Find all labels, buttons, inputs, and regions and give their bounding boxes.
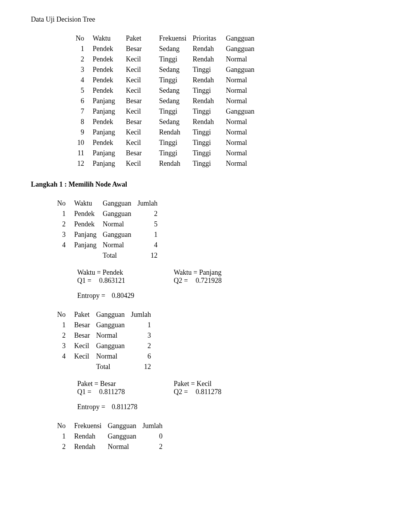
table-row: 5PendekKecilSedangTinggiNormal [54,85,258,96]
cell: Sedang [156,96,190,106]
cell: 2 [54,54,90,65]
cell: 7 [54,106,90,117]
cell: 2 [134,209,163,219]
cell: 3 [54,341,71,351]
cell: Panjang [71,229,100,240]
cell: 4 [54,240,71,250]
q1-value: 0.863121 [99,277,125,285]
total-value: 12 [134,250,163,261]
q2-value: 0.811278 [196,388,222,396]
cell: Panjang [90,106,123,117]
cell: Normal [100,219,134,229]
cell: Normal [223,158,258,169]
cell: Tinggi [190,85,223,96]
col-gangguan: Gangguan [223,33,258,44]
cell: Rendah [190,75,223,85]
cell: 11 [54,148,90,158]
cell: Tinggi [156,106,190,117]
cell: Tinggi [190,127,223,138]
cell: Normal [223,138,258,148]
cell: Normal [93,351,128,362]
table-row: 3PanjangGangguan1 [54,229,163,240]
table-row: 12PanjangKecilRendahTinggiNormal [54,158,258,169]
cell: Sedang [156,117,190,127]
cell: Rendah [156,158,190,169]
cell: 1 [54,209,71,219]
cell: Kecil [71,341,93,351]
paket-calc-pair: Paket = Besar Q1 = 0.811278 Paket = Keci… [77,380,398,396]
cell: Tinggi [156,148,190,158]
q2-label: Q2 = [174,277,188,285]
table-row: 2PendekNormal5 [54,219,163,229]
cell: Tinggi [190,138,223,148]
cell: Normal [223,127,258,138]
cell: Tinggi [190,158,223,169]
cell: Gangguan [100,209,134,219]
cell: Gangguan [100,229,134,240]
cell: 5 [134,219,163,229]
cell: Gangguan [93,320,128,330]
col-jumlah: Jumlah [134,198,163,209]
cell: Normal [223,117,258,127]
cell: Tinggi [156,54,190,65]
cell: Gangguan [93,341,128,351]
table-row: 1PendekBesarSedangRendahGangguan [54,44,258,54]
col-gangguan: Gangguan [100,198,134,209]
cell: 3 [54,229,71,240]
table-row: 4PanjangNormal4 [54,240,163,250]
col-waktu: Waktu [90,33,123,44]
col-jumlah: Jumlah [128,309,156,320]
cell: Kecil [123,75,156,85]
cell: 10 [54,138,90,148]
table-row: 1RendahGangguan0 [54,431,168,442]
cell: 9 [54,127,90,138]
waktu-table-header: No Waktu Gangguan Jumlah [54,198,163,209]
cell: Tinggi [156,75,190,85]
main-table-header: No Waktu Paket Frekuensi Prioritas Gangg… [54,33,258,44]
cell: Rendah [190,96,223,106]
cell: Tinggi [190,148,223,158]
cell: Panjang [90,96,123,106]
col-no: No [54,421,71,431]
q2-label: Q2 = [174,388,188,396]
total-label: Total [100,250,134,261]
cell: Sedang [156,65,190,75]
col-gangguan: Gangguan [93,309,128,320]
table-row: 4PendekKecilTinggiRendahNormal [54,75,258,85]
cell: Normal [223,75,258,85]
col-no: No [54,33,90,44]
cell: Pendek [71,209,100,219]
table-row: 7PanjangKecilTinggiTinggiGangguan [54,106,258,117]
cell: Pendek [90,75,123,85]
table-row: 10PendekKecilTinggiTinggiNormal [54,138,258,148]
waktu-panjang-title: Waktu = Panjang [174,269,243,277]
cell: Normal [100,240,134,250]
entropy-label: Entropy = [77,292,105,299]
section-heading: Langkah 1 : Memilih Node Awal [31,180,398,189]
total-label: Total [93,362,128,372]
table-row: 3KecilGangguan2 [54,341,156,351]
col-prioritas: Prioritas [190,33,223,44]
cell: Kecil [123,85,156,96]
col-jumlah: Jumlah [139,421,168,431]
cell: 2 [54,219,71,229]
cell: 2 [128,341,156,351]
cell: Kecil [71,351,93,362]
entropy-value: 0.80429 [112,292,134,299]
cell: 6 [128,351,156,362]
cell: Pendek [90,65,123,75]
cell: Tinggi [156,138,190,148]
cell: Pendek [71,219,100,229]
table-row: 1BesarGangguan1 [54,320,156,330]
cell: 12 [54,158,90,169]
cell: 1 [134,229,163,240]
cell: 5 [54,85,90,96]
table-row: 8PendekBesarSedangRendahNormal [54,117,258,127]
entropy-label: Entropy = [77,403,105,411]
cell: Kecil [123,106,156,117]
cell: Panjang [90,127,123,138]
table-row: 3PendekKecilSedangTinggiGangguan [54,65,258,75]
cell: Tinggi [190,106,223,117]
cell: Sedang [156,44,190,54]
cell: Besar [71,320,93,330]
